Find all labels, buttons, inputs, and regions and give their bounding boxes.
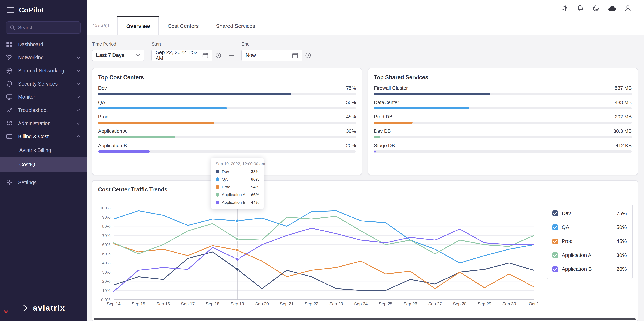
svg-text:Sep 20: Sep 20	[255, 302, 269, 306]
series-dot	[216, 178, 220, 181]
tab-shared-services[interactable]: Shared Services	[207, 16, 264, 35]
progress-label: Dev DB	[374, 128, 391, 134]
tooltip-series-value: 33%	[251, 169, 259, 174]
trend-chart-svg: 0.0%10%20%30%40%50%60%70%80%90%100%Sep 1…	[98, 202, 546, 310]
legend-item-qa[interactable]: QA50%	[547, 220, 632, 234]
progress-value: 50%	[346, 100, 356, 105]
topbar	[86, 0, 644, 16]
clock-icon[interactable]	[215, 52, 222, 58]
progress-value: 483 MB	[615, 100, 632, 105]
svg-text:40%: 40%	[102, 260, 110, 265]
chevron-down-icon	[76, 96, 80, 98]
sidebar-item-costiq[interactable]: CostIQ	[0, 158, 86, 172]
legend-checkbox[interactable]	[552, 224, 558, 230]
sidebar-item-settings[interactable]: Settings	[0, 176, 86, 189]
aviatrix-logo: aviatrix	[0, 304, 86, 312]
progress-label: Dev	[98, 85, 107, 91]
progress-bar	[374, 93, 632, 95]
svg-text:Sep 15: Sep 15	[132, 302, 145, 306]
svg-text:50%: 50%	[102, 252, 110, 256]
sidebar-search[interactable]	[6, 22, 81, 34]
series-dot	[216, 193, 220, 197]
tooltip-rows: Dev33%QA86%Prod54%Application A66%Applic…	[216, 169, 259, 205]
legend-label: Application A	[562, 252, 591, 258]
tooltip-series-label: Dev	[222, 169, 229, 174]
sidebar-item-label: Monitor	[18, 94, 76, 100]
legend-label: Prod	[562, 238, 572, 244]
horizontal-scrollbar[interactable]	[94, 318, 636, 320]
end-date-input[interactable]: Now	[242, 50, 302, 61]
sidebar-item-monitor[interactable]: Monitor	[0, 90, 86, 104]
sidebar-item-aviatrix-billing[interactable]: Aviatrix Billing	[0, 143, 86, 158]
sidebar-item-troubleshoot[interactable]: Troubleshoot	[0, 104, 86, 117]
announcement-icon[interactable]	[561, 4, 568, 12]
progress-value: 30%	[346, 128, 356, 134]
progress-bar	[98, 136, 356, 138]
chevron-down-icon	[76, 122, 80, 124]
svg-text:Sep 14: Sep 14	[107, 302, 120, 306]
dark-mode-moon-icon[interactable]	[592, 4, 600, 12]
progress-bar	[98, 107, 356, 109]
progress-value: 20%	[346, 143, 356, 148]
date-range-separator: —	[229, 52, 234, 61]
progress-bar	[98, 150, 356, 152]
svg-text:Sep 30: Sep 30	[502, 302, 516, 306]
legend-checkbox[interactable]	[552, 238, 558, 244]
cloud-icon[interactable]	[608, 4, 616, 12]
sidebar-collapse-icon[interactable]	[7, 7, 14, 13]
start-date-input[interactable]: Sep 22, 2022 1:52 AM	[152, 50, 212, 61]
screen: CoPilot DashboardNetworkingSecured Netwo…	[0, 0, 644, 321]
chevron-up-icon	[76, 135, 80, 138]
sidebar-item-label: Settings	[18, 180, 80, 186]
legend-checkbox[interactable]	[552, 252, 558, 258]
legend-item-prod[interactable]: Prod45%	[547, 234, 632, 248]
progress-row: DataCenter483 MB	[374, 100, 632, 110]
app-root: CoPilot DashboardNetworkingSecured Netwo…	[0, 0, 644, 321]
progress-value: 30.3 MB	[614, 128, 632, 134]
clock-icon[interactable]	[305, 52, 311, 58]
tab-cost-centers[interactable]: Cost Centers	[159, 16, 207, 35]
svg-text:Sep 25: Sep 25	[379, 302, 392, 306]
calendar-icon[interactable]	[292, 52, 298, 58]
chevron-down-icon	[136, 54, 140, 56]
sidebar-item-label: Networking	[18, 55, 76, 60]
notifications-bell-icon[interactable]	[576, 4, 584, 12]
sidebar-item-label: Secured Networking	[18, 68, 76, 74]
svg-text:Sep 21: Sep 21	[280, 302, 294, 306]
progress-row: Dev DB30.3 MB	[374, 128, 632, 138]
dashboard-icon	[6, 41, 13, 48]
time-period-select[interactable]: Last 7 Days	[92, 50, 144, 61]
sidebar-item-networking[interactable]: Networking	[0, 51, 86, 64]
user-profile-icon[interactable]	[624, 4, 632, 12]
legend-value: 30%	[616, 252, 627, 258]
horizontal-scrollbar-thumb[interactable]	[94, 318, 636, 320]
calendar-icon[interactable]	[202, 52, 208, 58]
svg-text:Sep 27: Sep 27	[428, 302, 442, 306]
tab-overview[interactable]: Overview	[117, 16, 159, 35]
legend-item-dev[interactable]: Dev75%	[547, 206, 632, 220]
legend-item-application-a[interactable]: Application A30%	[547, 248, 632, 262]
traffic-trends-card: Cost Center Traffic Trends 0.0%10%20%30%…	[92, 180, 638, 321]
sidebar-item-security-services[interactable]: Security Services	[0, 77, 86, 90]
progress-value: 45%	[346, 114, 356, 120]
legend-item-application-b[interactable]: Application B20%	[547, 262, 632, 276]
svg-text:Sep 29: Sep 29	[478, 302, 491, 306]
progress-bar	[374, 122, 632, 124]
sidebar-item-administration[interactable]: Administration	[0, 117, 86, 130]
progress-value: 587 MB	[615, 85, 632, 91]
legend-checkbox[interactable]	[552, 266, 558, 272]
tooltip-row: QA86%	[216, 177, 259, 182]
legend-checkbox[interactable]	[552, 210, 558, 216]
search-input[interactable]	[18, 25, 82, 30]
top-shared-services-card: Top Shared Services Firewall Cluster587 …	[368, 68, 638, 175]
sidebar-item-dashboard[interactable]: Dashboard	[0, 38, 86, 51]
tooltip-series-value: 66%	[251, 192, 259, 197]
tooltip-series-value: 44%	[251, 200, 259, 205]
tooltip-title: Sep 19, 2022, 12:00:00 am	[216, 162, 259, 166]
svg-text:20%: 20%	[102, 279, 110, 284]
sidebar-item-label: Billing & Cost	[18, 134, 76, 140]
sidebar-item-secured-networking[interactable]: Secured Networking	[0, 64, 86, 77]
end-date-value: Now	[246, 52, 256, 58]
sidebar-item-billing-cost[interactable]: Billing & Cost	[0, 130, 86, 143]
card-title: Top Cost Centers	[98, 74, 356, 81]
